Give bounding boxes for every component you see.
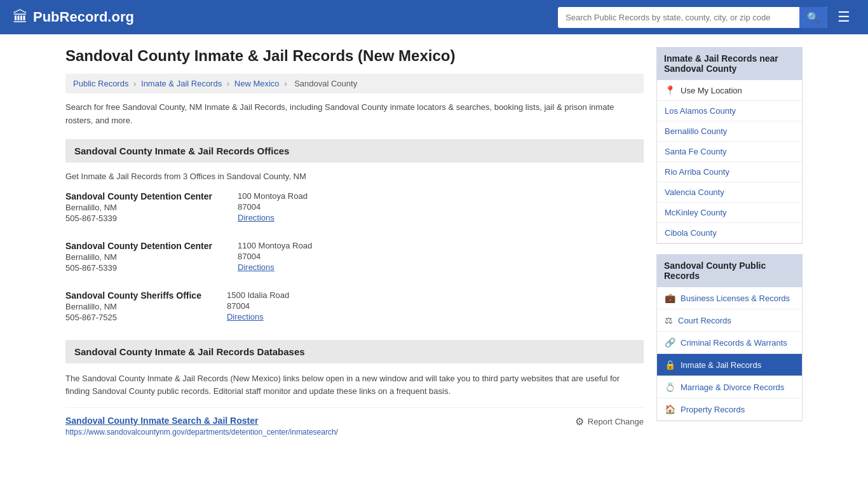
property-icon: 🏠	[665, 404, 675, 414]
pub-item-court[interactable]: ⚖ Court Records	[657, 309, 802, 332]
office-zip-3: 87004	[227, 301, 354, 311]
office-address-2: 1100 Montoya Road	[238, 241, 365, 250]
business-icon: 💼	[665, 293, 675, 303]
site-header: 🏛 PubRecord.org 🔍 ☰	[0, 0, 868, 34]
office-city-2: Bernalillo, NM	[65, 252, 212, 262]
sidebar-item-los-alamos[interactable]: Los Alamos County	[657, 101, 802, 121]
pub-item-inmate[interactable]: 🔒 Inmate & Jail Records	[657, 354, 802, 376]
office-entry-2: Sandoval County Detention Center Bernali…	[65, 241, 644, 273]
los-alamos-label: Los Alamos County	[665, 106, 736, 116]
office-address-1: 100 Montoya Road	[238, 191, 365, 201]
office-name-3: Sandoval County Sheriffs Office	[65, 290, 201, 301]
pub-item-marriage[interactable]: 💍 Marriage & Divorce Records	[657, 376, 802, 398]
mckinley-label: McKinley County	[665, 208, 727, 217]
sidebar-item-bernalillo[interactable]: Bernalillo County	[657, 121, 802, 142]
db-link-left: Sandoval County Inmate Search & Jail Ros…	[65, 416, 338, 437]
office-right-1: 100 Montoya Road 87004 Directions	[238, 191, 365, 223]
db-link-area: Sandoval County Inmate Search & Jail Ros…	[65, 407, 644, 437]
office-phone-3: 505-867-7525	[65, 313, 201, 322]
databases-section-header: Sandoval County Inmate & Jail Records Da…	[65, 340, 644, 363]
intro-text: Search for free Sandoval County, NM Inma…	[65, 101, 644, 128]
pub-item-criminal[interactable]: 🔗 Criminal Records & Warrants	[657, 332, 802, 354]
report-change-button[interactable]: ⚙ Report Change	[575, 416, 644, 428]
report-change-icon: ⚙	[575, 416, 584, 428]
menu-icon: ☰	[837, 9, 850, 25]
sidebar-item-cibola[interactable]: Cibola County	[657, 223, 802, 243]
office-right-3: 1500 Idalia Road 87004 Directions	[227, 290, 354, 322]
office-row-2: Sandoval County Detention Center Bernali…	[65, 241, 644, 273]
main-content: Sandoval County Inmate & Jail Records (N…	[65, 47, 644, 437]
logo-text: PubRecord.org	[33, 9, 134, 25]
breadcrumb-public-records[interactable]: Public Records	[73, 79, 128, 88]
office-right-2: 1100 Montoya Road 87004 Directions	[238, 241, 365, 273]
pub-item-property[interactable]: 🏠 Property Records	[657, 398, 802, 421]
directions-link-3[interactable]: Directions	[227, 312, 354, 322]
directions-link-2[interactable]: Directions	[238, 262, 365, 272]
search-input[interactable]	[558, 8, 799, 27]
property-label: Property Records	[681, 405, 745, 414]
cibola-label: Cibola County	[665, 228, 717, 238]
valencia-label: Valencia County	[665, 187, 724, 197]
office-zip-1: 87004	[238, 202, 365, 212]
office-left-3: Sandoval County Sheriffs Office Bernalil…	[65, 290, 201, 322]
court-icon: ⚖	[665, 315, 673, 325]
court-label: Court Records	[678, 316, 731, 325]
office-left-2: Sandoval County Detention Center Bernali…	[65, 241, 212, 273]
location-icon: 📍	[665, 85, 675, 95]
office-phone-1: 505-867-5339	[65, 214, 212, 223]
directions-link-1[interactable]: Directions	[238, 213, 365, 222]
public-records-section-header: Sandoval County Public Records	[656, 254, 803, 287]
breadcrumb-current: Sandoval County	[294, 79, 357, 88]
header-right: 🔍 ☰	[558, 6, 855, 28]
rio-arriba-label: Rio Arriba County	[665, 167, 729, 177]
office-row-1: Sandoval County Detention Center Bernali…	[65, 191, 644, 223]
marriage-label: Marriage & Divorce Records	[681, 383, 784, 392]
santa-fe-label: Santa Fe County	[665, 147, 727, 156]
nearby-items: 📍 Use My Location Los Alamos County Bern…	[656, 80, 803, 244]
db-link-title[interactable]: Sandoval County Inmate Search & Jail Ros…	[65, 416, 258, 426]
logo-icon: 🏛	[13, 8, 28, 26]
office-entry-3: Sandoval County Sheriffs Office Bernalil…	[65, 290, 644, 322]
sidebar: Inmate & Jail Records near Sandoval Coun…	[656, 47, 803, 437]
office-city-1: Bernalillo, NM	[65, 203, 212, 212]
office-left-1: Sandoval County Detention Center Bernali…	[65, 191, 212, 223]
pub-item-business[interactable]: 💼 Business Licenses & Records	[657, 287, 802, 309]
inmate-label: Inmate & Jail Records	[681, 360, 761, 370]
office-name-2: Sandoval County Detention Center	[65, 241, 212, 251]
sidebar-item-rio-arriba[interactable]: Rio Arriba County	[657, 162, 802, 182]
office-name-1: Sandoval County Detention Center	[65, 191, 212, 201]
logo-area: 🏛 PubRecord.org	[13, 8, 134, 26]
office-row-3: Sandoval County Sheriffs Office Bernalil…	[65, 290, 644, 322]
nearby-section-header: Inmate & Jail Records near Sandoval Coun…	[656, 47, 803, 80]
search-icon: 🔍	[807, 12, 820, 23]
business-label: Business Licenses & Records	[681, 294, 790, 303]
breadcrumb-sep-1: ›	[133, 79, 139, 88]
breadcrumb-sep-3: ›	[284, 79, 289, 88]
breadcrumb: Public Records › Inmate & Jail Records ›…	[65, 74, 644, 93]
offices-intro: Get Inmate & Jail Records from 3 Offices…	[65, 172, 644, 181]
use-my-location[interactable]: 📍 Use My Location	[657, 80, 802, 101]
sidebar-item-santa-fe[interactable]: Santa Fe County	[657, 142, 802, 162]
menu-button[interactable]: ☰	[832, 6, 855, 28]
office-zip-2: 87004	[238, 252, 365, 261]
public-records-items: 💼 Business Licenses & Records ⚖ Court Re…	[656, 287, 803, 421]
criminal-icon: 🔗	[665, 337, 675, 348]
bernalillo-label: Bernalillo County	[665, 126, 727, 136]
office-entry-1: Sandoval County Detention Center Bernali…	[65, 191, 644, 223]
search-bar: 🔍	[558, 7, 827, 28]
page-title: Sandoval County Inmate & Jail Records (N…	[65, 47, 644, 65]
breadcrumb-inmate-records[interactable]: Inmate & Jail Records	[141, 79, 222, 88]
sidebar-item-valencia[interactable]: Valencia County	[657, 182, 802, 203]
office-address-3: 1500 Idalia Road	[227, 290, 354, 300]
databases-intro: The Sandoval County Inmate & Jail Record…	[65, 372, 644, 399]
db-link-url: https://www.sandovalcountynm.gov/departm…	[65, 428, 338, 437]
marriage-icon: 💍	[665, 382, 675, 392]
breadcrumb-sep-2: ›	[227, 79, 232, 88]
use-location-label: Use My Location	[681, 86, 742, 95]
sidebar-item-mckinley[interactable]: McKinley County	[657, 203, 802, 223]
criminal-label: Criminal Records & Warrants	[681, 338, 787, 348]
search-button[interactable]: 🔍	[799, 7, 827, 28]
office-phone-2: 505-867-5339	[65, 263, 212, 273]
offices-section-header: Sandoval County Inmate & Jail Records Of…	[65, 139, 644, 163]
breadcrumb-new-mexico[interactable]: New Mexico	[234, 79, 280, 88]
